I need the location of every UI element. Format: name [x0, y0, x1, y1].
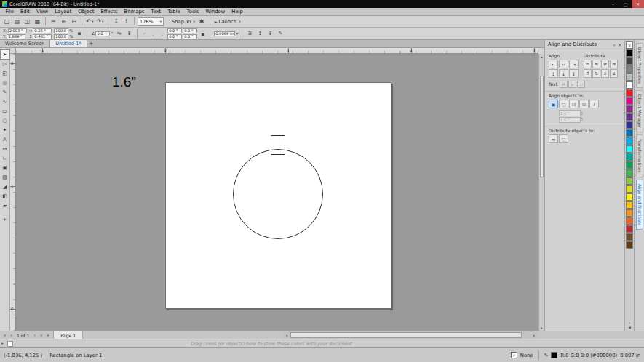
color-swatch[interactable] — [626, 225, 633, 233]
color-swatch[interactable] — [626, 57, 633, 65]
close-button[interactable]: ✕ — [632, 0, 644, 8]
undo-button[interactable]: ↶▾ — [85, 17, 95, 26]
point-y-field[interactable]: 2.0 " — [559, 117, 581, 123]
shape-tool[interactable]: ▷ — [1, 60, 9, 68]
color-swatch[interactable] — [626, 185, 633, 193]
distribute-right-button[interactable]: ⇉ — [610, 60, 618, 68]
paste-button[interactable]: ⊟ — [69, 17, 79, 26]
color-eyedropper-tool[interactable]: ◢ — [1, 182, 9, 191]
horizontal-scrollbar[interactable]: ◂ ▸ — [284, 331, 537, 339]
align-right-button[interactable]: ⇥ — [569, 60, 579, 68]
export-button[interactable]: ↥ — [122, 17, 131, 26]
distribute-center-h-button[interactable]: ⇆ — [592, 60, 600, 68]
align-center-horizontal-button[interactable]: ↔ — [559, 60, 568, 68]
rectangle-tool[interactable]: ▭ — [1, 107, 9, 116]
no-color-swatch[interactable]: ✕ — [626, 41, 633, 49]
add-tools-button[interactable]: + — [1, 215, 9, 224]
round-corner-button[interactable]: ◜ — [141, 31, 148, 37]
menu-item[interactable]: Layout — [52, 9, 75, 15]
align-to-active-objects-button[interactable]: ▣ — [549, 100, 558, 108]
distribute-top-button[interactable]: ⇈ — [584, 69, 592, 78]
connector-tool[interactable]: ∟ — [1, 154, 9, 163]
new-document-tab-button[interactable]: + — [87, 40, 95, 47]
scroll-down-arrow[interactable]: ▾ — [539, 325, 544, 331]
object-width-input[interactable]: 0.25 " — [33, 28, 52, 33]
scroll-up-arrow[interactable]: ▴ — [539, 54, 544, 60]
color-swatch[interactable] — [626, 105, 633, 113]
menu-item[interactable]: Table — [164, 9, 184, 15]
fill-color-indicator[interactable]: ✕ — [511, 352, 517, 358]
distribute-extent-of-page-button[interactable]: □ — [559, 134, 568, 143]
corner-radius-input[interactable]: 0.0 " — [183, 34, 197, 39]
scale-x-input[interactable]: 100.0 — [54, 28, 68, 33]
menu-item[interactable]: File — [2, 9, 17, 15]
minimize-button[interactable]: – — [607, 0, 619, 8]
docker-tab-object-properties[interactable]: Object Properties — [636, 43, 643, 88]
first-page-button[interactable]: « — [1, 333, 8, 337]
ellipse-tool[interactable]: ○ — [1, 116, 9, 125]
outline-color-indicator[interactable] — [551, 352, 557, 358]
align-top-button[interactable]: ↥ — [549, 69, 558, 78]
color-swatch[interactable] — [626, 193, 633, 201]
object-x-input[interactable]: 2.003 " — [8, 28, 27, 33]
mirror-vertical-button[interactable]: ↨ — [125, 30, 133, 38]
menu-item[interactable]: Bitmaps — [121, 9, 148, 15]
align-to-page-edge-button[interactable]: □ — [559, 100, 568, 108]
zoom-tool[interactable]: ◎ — [1, 79, 9, 87]
drawing-canvas[interactable]: 1.6” — [16, 54, 538, 331]
color-swatch[interactable] — [626, 97, 633, 105]
align-baseline-button[interactable]: a — [568, 81, 576, 88]
distribute-extent-of-selection-button[interactable]: ▭ — [549, 134, 558, 143]
color-swatch[interactable] — [626, 217, 633, 225]
menu-item[interactable]: Edit — [17, 9, 33, 15]
docker-close-button[interactable]: ✕ — [618, 42, 621, 47]
open-button[interactable]: ▤ — [12, 17, 22, 26]
docker-tab-transformations[interactable]: Transformations — [636, 134, 643, 177]
color-swatch[interactable] — [626, 161, 633, 169]
vertical-scrollbar-thumb[interactable] — [540, 76, 544, 177]
color-swatch[interactable] — [626, 129, 633, 137]
drawing-page[interactable] — [165, 82, 391, 309]
color-swatch[interactable] — [626, 177, 633, 185]
ruler-origin-corner[interactable] — [10, 48, 16, 54]
wrap-text-button[interactable]: ≣ — [246, 30, 254, 38]
parallel-dimension-tool[interactable]: ↔ — [1, 145, 9, 153]
ornament-circle-shape[interactable] — [233, 149, 323, 239]
menu-item[interactable]: Tools — [183, 9, 202, 15]
scroll-right-arrow[interactable]: ▸ — [531, 331, 537, 339]
color-swatch[interactable] — [626, 153, 633, 161]
new-document-button[interactable]: □ — [2, 17, 12, 26]
color-swatch[interactable] — [626, 89, 633, 97]
tab-untitled-1[interactable]: Untitled-1* — [50, 40, 87, 47]
maximize-button[interactable]: ▢ — [619, 0, 632, 8]
cut-button[interactable]: ✂ — [49, 17, 58, 26]
import-button[interactable]: ↧ — [111, 17, 121, 26]
docker-tab-object-manager[interactable]: Object Manager — [636, 90, 643, 132]
color-swatch[interactable] — [626, 233, 633, 241]
zoom-level-select[interactable]: 176% ▾ — [138, 17, 164, 26]
align-bounding-box-button[interactable]: ▭ — [577, 81, 585, 88]
outline-width-select[interactable]: 0.0069 in — [214, 31, 235, 36]
convert-to-curves-button[interactable]: ✎ — [277, 30, 285, 38]
page-tab[interactable]: Page 1 — [53, 331, 83, 339]
options-button[interactable]: ✱ — [197, 17, 207, 26]
next-page-button[interactable]: › — [31, 333, 38, 337]
artistic-media-tool[interactable]: ∿ — [1, 97, 9, 106]
menu-item[interactable]: View — [33, 9, 52, 15]
corner-radius-input[interactable]: 0.0 " — [183, 28, 197, 33]
chamfered-corner-button[interactable]: ◞ — [159, 31, 165, 37]
menu-item[interactable]: Effects — [98, 9, 121, 15]
snap-to-dropdown[interactable]: Snap To ▾ — [170, 19, 196, 25]
distribute-spacing-v-button[interactable]: ↨ — [601, 69, 609, 78]
distribute-left-button[interactable]: ⇇ — [584, 60, 592, 68]
spinner-icon[interactable]: ▴▾ — [581, 118, 583, 122]
color-swatch[interactable] — [626, 49, 633, 57]
lock-ratio-button[interactable]: ▪ — [75, 30, 83, 38]
color-swatch[interactable] — [626, 81, 633, 89]
color-swatch[interactable] — [626, 241, 633, 249]
horizontal-ruler[interactable]: -10123 — [16, 48, 538, 54]
color-swatch[interactable] — [626, 113, 633, 121]
align-bottom-button[interactable]: ↧ — [569, 69, 579, 78]
align-to-grid-button[interactable]: ⊞ — [579, 100, 589, 108]
distribute-spacing-h-button[interactable]: ⇄ — [601, 60, 609, 68]
